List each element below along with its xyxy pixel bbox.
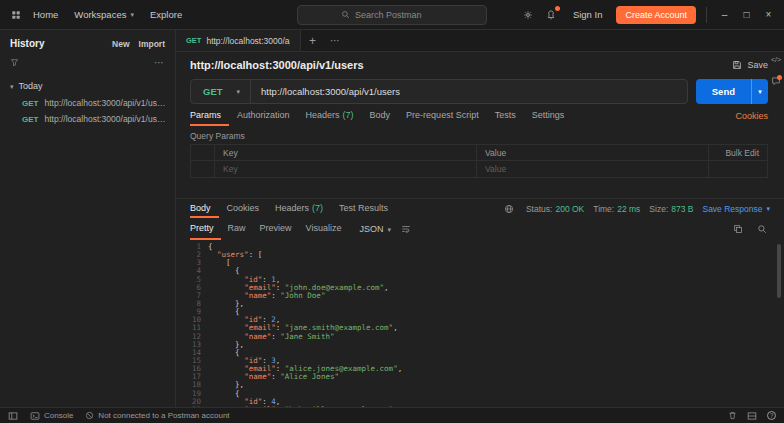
right-rail: </> [769, 56, 783, 86]
format-tab-pretty[interactable]: Pretty [190, 218, 221, 240]
history-list: GEThttp://localhost:3000/api/v1/usersGET… [0, 95, 175, 127]
trash-icon[interactable] [728, 411, 737, 420]
code-snippet-icon[interactable]: </> [771, 56, 781, 63]
tab-options-icon[interactable]: ⋯ [324, 30, 347, 51]
help-icon[interactable]: ? [767, 411, 776, 420]
method-badge: GET [22, 99, 38, 108]
postman-window: Home Workspaces ▾ Explore Sign In Create… [0, 0, 784, 423]
request-tab-headers[interactable]: Headers(7) [298, 106, 362, 126]
format-tab-visualize[interactable]: Visualize [299, 218, 349, 240]
save-button[interactable]: Save [732, 60, 768, 70]
tab-label: Headers [306, 110, 340, 120]
scrollbar[interactable] [777, 244, 781, 403]
request-tab-pre-request-script[interactable]: Pre-request Script [398, 106, 487, 126]
response-meta: Status:200 OKTime:22 msSize:873 B [526, 204, 694, 214]
comments-icon[interactable] [771, 76, 781, 86]
method-select[interactable]: GET ▾ [191, 80, 251, 103]
code-line: { [208, 308, 784, 316]
response-time: Time:22 ms [593, 204, 640, 214]
tab-label: Raw [228, 223, 246, 233]
scrollbar-thumb[interactable] [777, 244, 781, 298]
connection-status[interactable]: Not connected to a Postman account [85, 411, 229, 420]
minimize-button[interactable]: – [717, 9, 732, 20]
console-label: Console [44, 411, 73, 420]
search-input[interactable] [355, 10, 443, 20]
code-line: "name": "Alice Jones" [208, 373, 784, 381]
tab-label: Body [190, 203, 211, 213]
request-title: http://localhost:3000/api/v1/users [190, 59, 724, 71]
tab-title: http://localhost:3000/api [206, 36, 290, 46]
history-item[interactable]: GEThttp://localhost:3000/api/v1/users [0, 111, 175, 127]
request-tab-settings[interactable]: Settings [524, 106, 573, 126]
table-header-row: Key Value Bulk Edit [191, 145, 767, 161]
copy-icon[interactable] [730, 224, 746, 234]
app-grid-icon[interactable] [8, 7, 24, 23]
wrap-text-icon[interactable] [398, 218, 414, 240]
language-label: JSON [359, 224, 383, 234]
sidebar-more-icon[interactable]: ⋯ [154, 57, 165, 68]
settings-gear-icon[interactable] [520, 7, 536, 23]
workspaces-menu[interactable]: Workspaces ▾ [67, 5, 141, 24]
meta-label: Size: [649, 204, 668, 214]
search-response-icon[interactable] [754, 224, 770, 234]
save-response-button[interactable]: Save Response ▾ [702, 204, 770, 214]
network-globe-icon[interactable] [501, 204, 517, 214]
toggle-sidebar-button[interactable] [8, 411, 18, 421]
row-select-cell[interactable] [191, 161, 215, 177]
close-button[interactable]: × [761, 9, 776, 20]
chevron-down-icon: ▾ [10, 83, 14, 90]
response-tab-body[interactable]: Body [190, 199, 219, 218]
key-column-header: Key [215, 145, 477, 160]
cookies-link[interactable]: Cookies [735, 111, 768, 121]
chevron-down-icon: ▾ [130, 11, 134, 18]
history-item[interactable]: GEThttp://localhost:3000/api/v1/users [0, 95, 175, 111]
top-nav: Home Workspaces ▾ Explore [8, 5, 189, 24]
two-pane-view-icon[interactable] [747, 411, 757, 421]
send-options-button[interactable]: ▾ [751, 79, 768, 104]
chevron-down-icon: ▾ [758, 88, 762, 95]
send-button[interactable]: Send [696, 79, 751, 104]
notification-dot [777, 75, 782, 80]
search-box[interactable] [297, 5, 487, 25]
response-header: BodyCookiesHeaders(7)Test Results Status… [176, 198, 784, 218]
import-button[interactable]: Import [139, 39, 165, 49]
notifications-bell-icon[interactable] [543, 7, 559, 23]
line-number: 21 [190, 406, 201, 407]
offline-icon [85, 411, 94, 420]
tab-label: Preview [260, 223, 292, 233]
new-tab-button[interactable]: + [301, 30, 324, 51]
request-tab-tests[interactable]: Tests [487, 106, 524, 126]
format-tabs: PrettyRawPreviewVisualize [190, 218, 348, 240]
maximize-button[interactable]: □ [739, 9, 754, 20]
language-select[interactable]: JSON ▾ [353, 218, 397, 240]
console-button[interactable]: Console [30, 411, 73, 421]
line-numbers: 123456789101112131415161718192021 [190, 243, 208, 407]
home-button[interactable]: Home [26, 5, 65, 24]
new-button[interactable]: New [112, 39, 129, 49]
content-area: History New Import ⋯ ▾ Today GEThttp://l… [0, 30, 784, 407]
history-group-today[interactable]: ▾ Today [0, 74, 175, 95]
response-tab-cookies[interactable]: Cookies [219, 199, 268, 218]
url-input[interactable] [251, 86, 687, 97]
response-tab-headers[interactable]: Headers(7) [267, 199, 331, 218]
create-account-button[interactable]: Create Account [616, 6, 696, 24]
key-input[interactable] [223, 164, 468, 174]
workspaces-label: Workspaces [74, 9, 126, 20]
sign-in-button[interactable]: Sign In [566, 5, 610, 24]
request-tab-params[interactable]: Params [190, 106, 229, 126]
code-line: "name": "John Doe" [208, 292, 784, 300]
request-tab-authorization[interactable]: Authorization [229, 106, 298, 126]
format-tab-raw[interactable]: Raw [221, 218, 253, 240]
history-url: http://localhost:3000/api/v1/users [44, 114, 167, 124]
bulk-edit-button[interactable]: Bulk Edit [725, 148, 759, 158]
url-bar: GET ▾ [190, 79, 688, 104]
filter-icon[interactable] [10, 58, 19, 67]
request-tab-body[interactable]: Body [362, 106, 399, 126]
response-tab-test-results[interactable]: Test Results [331, 199, 396, 218]
explore-button[interactable]: Explore [143, 5, 189, 24]
response-body[interactable]: 123456789101112131415161718192021 { "use… [176, 240, 784, 407]
format-tab-preview[interactable]: Preview [253, 218, 299, 240]
value-input[interactable] [485, 164, 700, 174]
request-tab[interactable]: GET http://localhost:3000/api [176, 30, 301, 51]
value-column-header: Value [477, 145, 709, 160]
